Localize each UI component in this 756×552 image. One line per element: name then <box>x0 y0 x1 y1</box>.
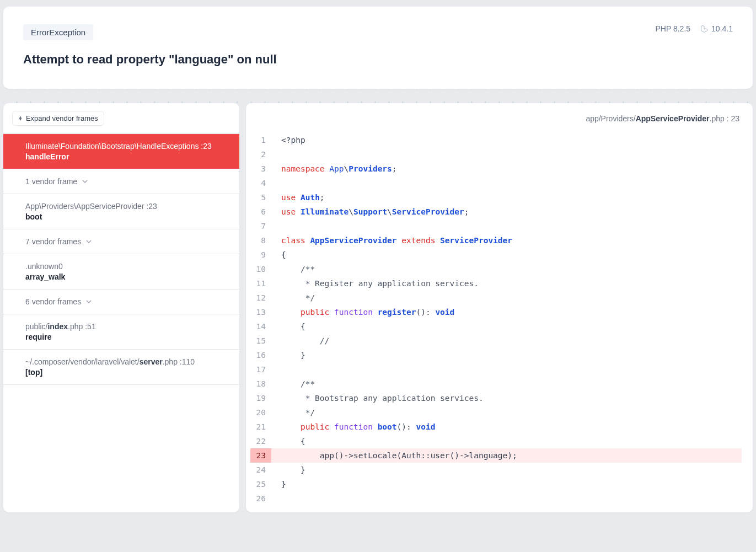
breadcrumb-prefix: app/Providers/ <box>586 114 635 123</box>
code-line: 15 // <box>250 334 742 348</box>
code-line: 1<?php <box>250 133 742 147</box>
breadcrumb-line: 23 <box>731 114 739 123</box>
code-line: 16 } <box>250 348 742 362</box>
php-version: PHP 8.2.5 <box>656 24 691 33</box>
file-breadcrumb: app/Providers/AppServiceProvider.php : 2… <box>250 114 742 133</box>
line-content: /** <box>271 262 315 276</box>
collapsed-frames-label: 1 vendor frame <box>25 177 77 186</box>
collapsed-frames-label: 7 vendor frames <box>25 237 81 246</box>
vendor-frames-collapsed[interactable]: 1 vendor frame <box>3 169 239 194</box>
frame-method: require <box>25 333 228 341</box>
code-line: 11 * Register any application services. <box>250 276 742 291</box>
sidebar-header: ▲▼ Expand vendor frames <box>3 103 239 134</box>
code-line: 20 */ <box>250 405 742 420</box>
line-content: { <box>271 319 305 334</box>
dotted-divider <box>3 89 753 103</box>
line-content <box>271 147 286 162</box>
vendor-frames-collapsed[interactable]: 7 vendor frames <box>3 229 239 254</box>
line-number: 18 <box>250 377 271 391</box>
frame-path: ~/.composer/vendor/laravel/valet/server.… <box>25 357 228 366</box>
line-content: app()->setLocale(Auth::user()->language)… <box>271 448 517 463</box>
line-number: 12 <box>250 291 271 305</box>
stack-frame[interactable]: App\Providers\AppServiceProvider :23boot <box>3 194 239 229</box>
code-line: 10 /** <box>250 262 742 276</box>
code-line: 12 */ <box>250 291 742 305</box>
laravel-icon <box>700 25 708 33</box>
line-content: } <box>271 463 305 477</box>
code-line: 18 /** <box>250 377 742 391</box>
code-line: 14 { <box>250 319 742 334</box>
line-content: use Illuminate\Support\ServiceProvider; <box>271 205 469 219</box>
stack-frame[interactable]: Illuminate\Foundation\Bootstrap\HandleEx… <box>3 134 239 169</box>
stack-frame[interactable]: .unknown0array_walk <box>3 254 239 290</box>
code-line: 6use Illuminate\Support\ServiceProvider; <box>250 205 742 219</box>
line-content: } <box>271 477 286 491</box>
vendor-frames-collapsed[interactable]: 6 vendor frames <box>3 290 239 314</box>
breadcrumb-suffix: .php <box>710 114 725 123</box>
code-line: 22 { <box>250 434 742 448</box>
chevron-down-icon <box>85 298 92 305</box>
code-line: 17 <box>250 362 742 377</box>
line-content: public function boot(): void <box>271 420 435 434</box>
line-number: 5 <box>250 190 271 205</box>
line-content <box>271 219 286 233</box>
chevron-down-icon <box>82 178 88 185</box>
header-meta: PHP 8.2.5 10.4.1 <box>656 24 733 33</box>
line-number: 8 <box>250 233 271 248</box>
line-content: namespace App\Providers; <box>271 162 397 176</box>
line-content: } <box>271 348 305 362</box>
breadcrumb-sep: : <box>725 114 731 123</box>
line-number: 20 <box>250 405 271 420</box>
frame-method: [top] <box>25 368 228 377</box>
line-content: /** <box>271 377 315 391</box>
code-line: 23 app()->setLocale(Auth::user()->langua… <box>250 448 742 463</box>
code-line: 7 <box>250 219 742 233</box>
framework-version: 10.4.1 <box>700 24 733 33</box>
collapsed-frames-label: 6 vendor frames <box>25 297 81 306</box>
line-number: 11 <box>250 276 271 291</box>
code-line: 19 * Bootstrap any application services. <box>250 391 742 405</box>
stack-frame[interactable]: public/index.php :51require <box>3 314 239 350</box>
expand-button-label: Expand vendor frames <box>26 114 98 122</box>
code-line: 9{ <box>250 248 742 262</box>
stack-trace-sidebar: ▲▼ Expand vendor frames Illuminate\Found… <box>3 103 239 512</box>
line-content: class AppServiceProvider extends Service… <box>271 233 512 248</box>
line-content: <?php <box>271 133 305 147</box>
error-title: Attempt to read property "language" on n… <box>23 52 733 67</box>
line-content: { <box>271 434 305 448</box>
frame-path: Illuminate\Foundation\Bootstrap\HandleEx… <box>25 142 228 151</box>
code-listing[interactable]: 1<?php2 3namespace App\Providers;4 5use … <box>250 133 742 506</box>
chevron-down-icon <box>85 238 92 245</box>
code-line: 8class AppServiceProvider extends Servic… <box>250 233 742 248</box>
error-header-card: ErrorException PHP 8.2.5 10.4.1 Attempt … <box>3 7 753 89</box>
line-content: * Bootstrap any application services. <box>271 391 484 405</box>
frame-path: .unknown0 <box>25 262 228 271</box>
line-number: 7 <box>250 219 271 233</box>
expand-vendor-frames-button[interactable]: ▲▼ Expand vendor frames <box>12 111 104 126</box>
code-line: 26 <box>250 491 742 506</box>
line-number: 3 <box>250 162 271 176</box>
line-number: 25 <box>250 477 271 491</box>
line-content <box>271 491 286 506</box>
line-content <box>271 176 286 190</box>
stack-frame[interactable]: ~/.composer/vendor/laravel/valet/server.… <box>3 350 239 385</box>
breadcrumb-file: AppServiceProvider <box>636 114 710 123</box>
line-content <box>271 362 286 377</box>
line-content: use Auth; <box>271 190 325 205</box>
line-number: 6 <box>250 205 271 219</box>
line-number: 14 <box>250 319 271 334</box>
code-line: 25} <box>250 477 742 491</box>
line-content: { <box>271 248 286 262</box>
expand-collapse-icon: ▲▼ <box>18 116 23 121</box>
line-number: 2 <box>250 147 271 162</box>
line-number: 22 <box>250 434 271 448</box>
framework-version-text: 10.4.1 <box>711 24 733 33</box>
line-number: 21 <box>250 420 271 434</box>
line-number: 26 <box>250 491 271 506</box>
frame-path: App\Providers\AppServiceProvider :23 <box>25 202 228 211</box>
line-number: 19 <box>250 391 271 405</box>
code-line: 21 public function boot(): void <box>250 420 742 434</box>
line-content: */ <box>271 405 315 420</box>
line-number: 9 <box>250 248 271 262</box>
code-line: 5use Auth; <box>250 190 742 205</box>
